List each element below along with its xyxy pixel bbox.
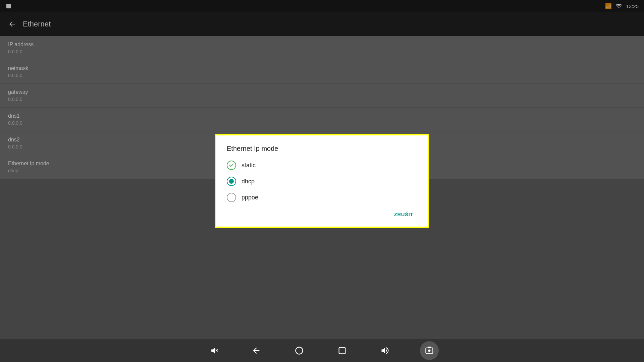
- volume-mute-button[interactable]: [205, 343, 221, 359]
- nav-bar: [0, 339, 644, 362]
- dialog-option-static[interactable]: static: [227, 161, 417, 170]
- volume-up-icon: [380, 346, 390, 355]
- home-button[interactable]: [291, 343, 307, 359]
- recents-button[interactable]: [334, 343, 350, 359]
- dialog-title: Ethernet Ip mode: [227, 145, 417, 153]
- radio-pppoe: [227, 193, 236, 202]
- volume-up-button[interactable]: [377, 343, 393, 359]
- svg-point-3: [296, 347, 303, 354]
- option-dhcp-label: dhcp: [241, 178, 255, 185]
- radio-static: [227, 161, 236, 170]
- dialog-actions: ZRUŠIT: [227, 209, 417, 220]
- dialog-option-dhcp[interactable]: dhcp: [227, 177, 417, 186]
- dialog-overlay: Ethernet Ip mode static dhcp pppoe ZRUŠI…: [0, 0, 644, 362]
- option-static-label: static: [241, 162, 256, 169]
- nav-back-button[interactable]: [248, 343, 264, 359]
- radio-dhcp-dot: [229, 179, 234, 184]
- cancel-button[interactable]: ZRUŠIT: [390, 209, 417, 220]
- screenshot-icon: [425, 346, 434, 355]
- svg-point-6: [428, 350, 431, 352]
- svg-rect-7: [428, 347, 431, 348]
- dialog-option-pppoe[interactable]: pppoe: [227, 193, 417, 202]
- volume-mute-icon: [209, 346, 218, 355]
- svg-rect-4: [339, 348, 345, 354]
- home-icon: [294, 346, 304, 355]
- dialog: Ethernet Ip mode static dhcp pppoe ZRUŠI…: [215, 134, 429, 228]
- nav-back-icon: [252, 346, 261, 355]
- option-pppoe-label: pppoe: [241, 194, 258, 201]
- recents-icon: [337, 346, 347, 355]
- radio-dhcp: [227, 177, 236, 186]
- screenshot-button[interactable]: [420, 341, 439, 360]
